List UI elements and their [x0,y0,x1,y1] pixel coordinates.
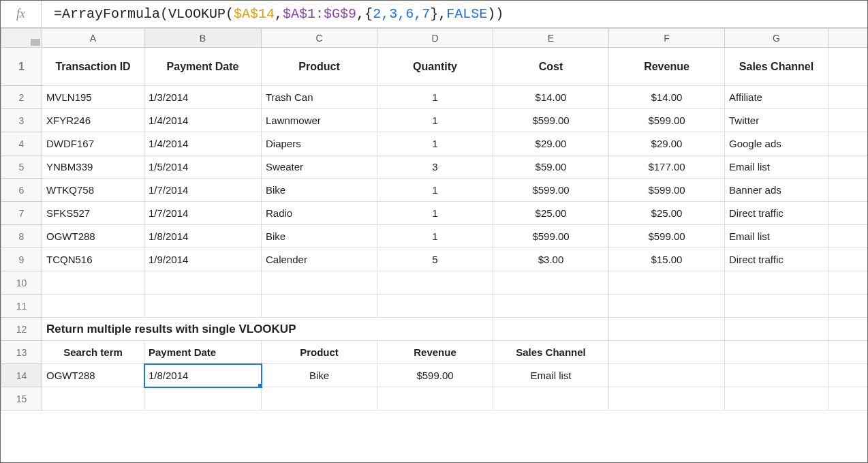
cell[interactable]: $59.00 [493,155,609,179]
cell[interactable]: $599.00 [609,109,725,132]
cell-blank[interactable] [828,109,868,132]
cell[interactable]: 1 [377,225,493,248]
cell[interactable] [493,318,609,341]
cell[interactable]: Diapers [262,132,377,155]
row-header-12[interactable]: 12 [1,318,42,341]
cell[interactable] [725,295,828,318]
cell[interactable]: XFYR246 [42,109,144,132]
cell[interactable]: YNBM339 [42,155,144,179]
cell-blank[interactable] [828,364,868,387]
cell[interactable] [609,318,725,341]
cell[interactable] [144,271,262,295]
col-header-E[interactable]: E [493,29,609,48]
lhdr-product[interactable]: Product [262,341,377,364]
cell[interactable]: $599.00 [609,179,725,202]
formula-input[interactable]: =ArrayFormula(VLOOKUP($A$14,$A$1:$G$9,{2… [42,6,867,22]
cell[interactable]: Direct traffic [725,202,828,225]
cell[interactable]: Affiliate [725,86,828,109]
cell[interactable]: 1/4/2014 [144,109,262,132]
lhdr-search-term[interactable]: Search term [42,341,144,364]
hdr-cost[interactable]: Cost [493,48,609,86]
cell-blank[interactable] [828,179,868,202]
cell[interactable]: 5 [377,248,493,271]
cell[interactable]: Sweater [262,155,377,179]
cell[interactable]: $599.00 [493,109,609,132]
row-header-6[interactable]: 6 [1,179,42,202]
cell[interactable] [493,271,609,295]
cell-active-b14[interactable]: 1/8/2014 [144,364,262,387]
col-header-B[interactable]: B [144,29,262,48]
cell-blank[interactable] [828,387,868,410]
cell[interactable]: $14.00 [493,86,609,109]
cell[interactable]: 1/5/2014 [144,155,262,179]
cell[interactable]: MVLN195 [42,86,144,109]
cell[interactable]: $599.00 [493,179,609,202]
cell[interactable]: Direct traffic [725,248,828,271]
cell[interactable]: Calender [262,248,377,271]
cell[interactable] [725,364,828,387]
cell[interactable]: Email list [725,155,828,179]
cell[interactable] [42,271,144,295]
cell[interactable]: $599.00 [609,225,725,248]
cell[interactable] [609,364,725,387]
row-header-10[interactable]: 10 [1,271,42,295]
row-header-13[interactable]: 13 [1,341,42,364]
cell[interactable]: $177.00 [609,155,725,179]
cell-blank[interactable] [828,202,868,225]
cell[interactable]: $599.00 [493,225,609,248]
cell[interactable]: 1 [377,179,493,202]
cell[interactable]: Google ads [725,132,828,155]
col-header-D[interactable]: D [377,29,493,48]
cell[interactable] [262,271,377,295]
col-header-F[interactable]: F [609,29,725,48]
cell[interactable]: 1 [377,86,493,109]
row-header-11[interactable]: 11 [1,295,42,318]
cell[interactable] [725,387,828,410]
cell[interactable] [725,318,828,341]
cell[interactable] [377,295,493,318]
cell[interactable]: DWDF167 [42,132,144,155]
cell[interactable]: $25.00 [493,202,609,225]
cell-blank[interactable] [828,295,868,318]
col-header-blank[interactable] [828,29,868,48]
cell-blank[interactable] [828,155,868,179]
cell-blank[interactable] [828,271,868,295]
cell[interactable] [42,387,144,410]
fx-icon[interactable]: fx [1,1,42,27]
cell[interactable]: OGWT288 [42,225,144,248]
cell[interactable]: $25.00 [609,202,725,225]
cell[interactable]: Bike [262,364,377,387]
cell[interactable] [42,295,144,318]
row-header-4[interactable]: 4 [1,132,42,155]
row-header-7[interactable]: 7 [1,202,42,225]
cell-blank[interactable] [828,48,868,86]
cell[interactable] [609,341,725,364]
cell-blank[interactable] [828,318,868,341]
cell[interactable]: Email list [725,225,828,248]
cell[interactable]: 1/8/2014 [144,225,262,248]
hdr-sales-channel[interactable]: Sales Channel [725,48,828,86]
section-title[interactable]: Return multiple results with single VLOO… [42,318,493,341]
cell[interactable] [609,271,725,295]
cell[interactable]: $29.00 [609,132,725,155]
row-header-9[interactable]: 9 [1,248,42,271]
cell-search-term[interactable]: OGWT288 [42,364,144,387]
cell[interactable] [725,271,828,295]
cell[interactable]: 1 [377,109,493,132]
cell-blank[interactable] [828,225,868,248]
select-all-corner[interactable] [1,29,42,48]
cell[interactable] [493,295,609,318]
hdr-product[interactable]: Product [262,48,377,86]
cell[interactable]: Email list [493,364,609,387]
row-header-1[interactable]: 1 [1,48,42,86]
cell-blank[interactable] [828,248,868,271]
row-header-5[interactable]: 5 [1,155,42,179]
col-header-G[interactable]: G [725,29,828,48]
cell[interactable]: Radio [262,202,377,225]
row-header-3[interactable]: 3 [1,109,42,132]
cell[interactable] [144,295,262,318]
cell[interactable]: $29.00 [493,132,609,155]
cell[interactable]: $14.00 [609,86,725,109]
hdr-revenue[interactable]: Revenue [609,48,725,86]
cell[interactable]: TCQN516 [42,248,144,271]
